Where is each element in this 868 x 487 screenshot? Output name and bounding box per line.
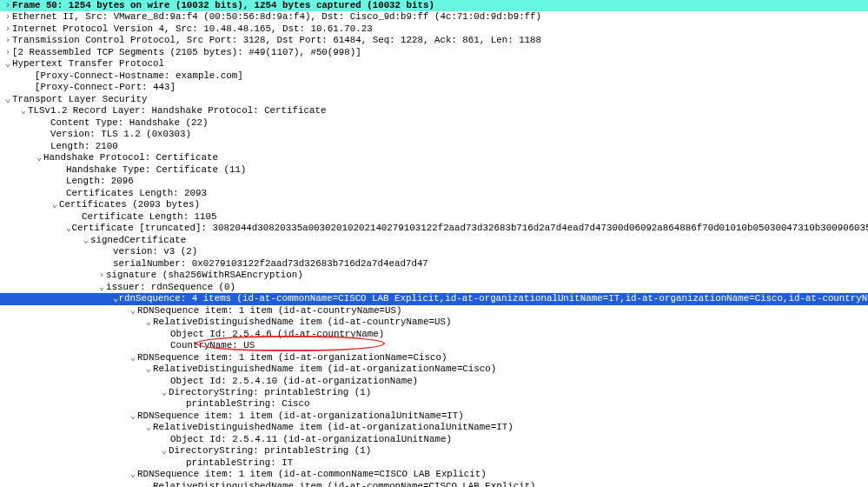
- tcp-row[interactable]: › Transmission Control Protocol, Src Por…: [0, 35, 868, 46]
- rdn-ds: DirectoryString: printableString (1): [169, 445, 371, 457]
- rdn-val: printableString: Cisco: [186, 398, 310, 410]
- rdn-item-cn-rel[interactable]: ⌄ RelativeDistinguishedName item (id-at-…: [0, 481, 868, 487]
- certs-length-row[interactable]: Certificates Length: 2093: [0, 188, 868, 199]
- cert-version: version: v3 (2): [113, 246, 197, 257]
- rdn-rel: RelativeDistinguishedName item (id-at-or…: [153, 422, 514, 433]
- proxy-port: [Proxy-Connect-Port: 443]: [35, 82, 176, 93]
- proxy-hostname-row[interactable]: [Proxy-Connect-Hostname: example.com]: [0, 70, 868, 82]
- chevron-down-icon[interactable]: ⌄: [3, 58, 12, 70]
- rdn-item-ou-seq[interactable]: ⌄ RDNSequence item: 1 item (id-at-organi…: [0, 410, 868, 422]
- rdnsequence-header-row[interactable]: ⌄ rdnSequence: 4 items (id-at-commonName…: [0, 293, 868, 304]
- ethernet-row[interactable]: › Ethernet II, Src: VMware_8d:9a:f4 (00:…: [0, 11, 868, 23]
- rdnsequence-header: rdnSequence: 4 items (id-at-commonName=C…: [119, 293, 868, 304]
- rdn-val: printableString: IT: [186, 457, 293, 469]
- rdn-item-org-ds[interactable]: ⌄ DirectoryString: printableString (1): [0, 387, 868, 398]
- chevron-down-icon[interactable]: ⌄: [129, 410, 137, 422]
- chevron-down-icon[interactable]: ⌄: [97, 282, 106, 293]
- certificates-header: Certificates (2093 bytes): [59, 199, 200, 210]
- rdn-item-cn-seq[interactable]: ⌄ RDNSequence item: 1 item (id-at-common…: [0, 469, 868, 480]
- chevron-right-icon[interactable]: ›: [3, 23, 12, 35]
- rdn-seq: RDNSequence item: 1 item (id-at-organiza…: [137, 410, 464, 422]
- rdn-rel: RelativeDistinguishedName item (id-at-co…: [153, 317, 451, 328]
- chevron-down-icon[interactable]: ⌄: [160, 445, 169, 457]
- handshake-length-row[interactable]: Length: 2096: [0, 176, 868, 187]
- chevron-down-icon[interactable]: ⌄: [144, 364, 153, 375]
- reassembled-text: [2 Reassembled TCP Segments (2105 bytes)…: [12, 47, 361, 58]
- chevron-right-icon[interactable]: ›: [3, 11, 12, 23]
- signed-cert-header: signedCertificate: [90, 235, 186, 246]
- cert-sig-row[interactable]: › signature (sha256WithRSAEncryption): [0, 270, 868, 281]
- cert-version-row[interactable]: version: v3 (2): [0, 246, 868, 257]
- chevron-down-icon[interactable]: ⌄: [129, 352, 137, 364]
- certificates-row[interactable]: ⌄ Certificates (2093 bytes): [0, 199, 868, 210]
- ip-row[interactable]: › Internet Protocol Version 4, Src: 10.4…: [0, 23, 868, 35]
- issuer-text: issuer: rdnSequence (0): [106, 282, 235, 293]
- rdn-item-org-oid[interactable]: Object Id: 2.5.4.10 (id-at-organizationN…: [0, 376, 868, 387]
- tls-version-row[interactable]: Version: TLS 1.2 (0x0303): [0, 129, 868, 140]
- cert-truncated: Certificate [truncated]: 3082044d3082033…: [72, 223, 868, 234]
- tls-version: Version: TLS 1.2 (0x0303): [50, 129, 191, 140]
- tls-row[interactable]: ⌄ Transport Layer Security: [0, 94, 868, 105]
- reassembled-row[interactable]: › [2 Reassembled TCP Segments (2105 byte…: [0, 47, 868, 58]
- chevron-down-icon[interactable]: ⌄: [3, 94, 12, 105]
- content-type-row[interactable]: Content Type: Handshake (22): [0, 117, 868, 129]
- chevron-down-icon[interactable]: ⌄: [129, 305, 137, 317]
- signed-cert-row[interactable]: ⌄ signedCertificate: [0, 235, 868, 246]
- handshake-type-row[interactable]: Handshake Type: Certificate (11): [0, 164, 868, 176]
- cert-truncated-row[interactable]: ⌄ Certificate [truncated]: 3082044d30820…: [0, 223, 868, 234]
- tcp-text: Transmission Control Protocol, Src Port:…: [12, 35, 541, 46]
- chevron-right-icon[interactable]: ›: [3, 0, 12, 11]
- chevron-down-icon[interactable]: ⌄: [144, 422, 153, 433]
- tls-length-row[interactable]: Length: 2100: [0, 141, 868, 152]
- rdn-item-ou-ds[interactable]: ⌄ DirectoryString: printableString (1): [0, 445, 868, 457]
- frame-header-row[interactable]: › Frame 50: 1254 bytes on wire (10032 bi…: [0, 0, 868, 11]
- frame-header: Frame 50: 1254 bytes on wire (10032 bits…: [12, 0, 434, 11]
- proxy-port-row[interactable]: [Proxy-Connect-Port: 443]: [0, 82, 868, 93]
- chevron-right-icon[interactable]: ›: [3, 35, 12, 46]
- handshake-type: Handshake Type: Certificate (11): [66, 164, 246, 176]
- issuer-row[interactable]: ⌄ issuer: rdnSequence (0): [0, 282, 868, 293]
- tls-record-row[interactable]: ⌄ TLSv1.2 Record Layer: Handshake Protoc…: [0, 105, 868, 117]
- chevron-down-icon[interactable]: ⌄: [35, 152, 43, 163]
- rdn-seq: RDNSequence item: 1 item (id-at-commonNa…: [137, 469, 487, 480]
- rdn-seq: RDNSequence item: 1 item (id-at-countryN…: [137, 305, 402, 317]
- chevron-down-icon[interactable]: ⌄: [19, 105, 28, 117]
- handshake-row[interactable]: ⌄ Handshake Protocol: Certificate: [0, 152, 868, 163]
- cert-sig: signature (sha256WithRSAEncryption): [106, 270, 303, 281]
- tls-header: Transport Layer Security: [12, 94, 148, 105]
- chevron-down-icon[interactable]: ⌄: [50, 199, 59, 210]
- handshake-header: Handshake Protocol: Certificate: [43, 152, 218, 163]
- chevron-down-icon[interactable]: ⌄: [144, 481, 153, 487]
- rdn-ds: DirectoryString: printableString (1): [169, 387, 371, 398]
- content-type: Content Type: Handshake (22): [50, 117, 208, 129]
- chevron-down-icon[interactable]: ⌄: [129, 469, 137, 480]
- cert-serial-row[interactable]: serialNumber: 0x0279103122f2aad73d32683b…: [0, 258, 868, 270]
- chevron-right-icon[interactable]: ›: [3, 47, 12, 58]
- tls-record: TLSv1.2 Record Layer: Handshake Protocol…: [28, 105, 326, 117]
- ip-text: Internet Protocol Version 4, Src: 10.48.…: [12, 23, 373, 35]
- chevron-down-icon[interactable]: ⌄: [82, 235, 90, 246]
- rdn-item-org-val[interactable]: printableString: Cisco: [0, 398, 868, 410]
- chevron-down-icon[interactable]: ⌄: [144, 317, 153, 328]
- rdn-item-ou-rel[interactable]: ⌄ RelativeDistinguishedName item (id-at-…: [0, 422, 868, 433]
- ethernet-text: Ethernet II, Src: VMware_8d:9a:f4 (00:50…: [12, 11, 541, 23]
- proxy-hostname: [Proxy-Connect-Hostname: example.com]: [35, 70, 243, 82]
- rdn-item-ou-val[interactable]: printableString: IT: [0, 457, 868, 469]
- rdn-item-ou-oid[interactable]: Object Id: 2.5.4.11 (id-at-organizationa…: [0, 434, 868, 445]
- cert-length-row[interactable]: Certificate Length: 1105: [0, 211, 868, 223]
- rdn-item-country-oid[interactable]: Object Id: 2.5.4.6 (id-at-countryName): [0, 329, 868, 340]
- rdn-item-country-rel[interactable]: ⌄ RelativeDistinguishedName item (id-at-…: [0, 317, 868, 328]
- certs-length: Certificates Length: 2093: [66, 188, 207, 199]
- rdn-item-org-rel[interactable]: ⌄ RelativeDistinguishedName item (id-at-…: [0, 364, 868, 375]
- rdn-item-country-val[interactable]: CountryName: US: [0, 340, 868, 351]
- http-header: Hypertext Transfer Protocol: [12, 58, 164, 70]
- chevron-down-icon[interactable]: ⌄: [160, 387, 169, 398]
- handshake-length: Length: 2096: [66, 176, 134, 187]
- http-row[interactable]: ⌄ Hypertext Transfer Protocol: [0, 58, 868, 70]
- rdn-item-country-seq[interactable]: ⌄ RDNSequence item: 1 item (id-at-countr…: [0, 305, 868, 317]
- rdn-rel: RelativeDistinguishedName item (id-at-or…: [153, 364, 496, 375]
- cert-length: Certificate Length: 1105: [82, 211, 217, 223]
- chevron-right-icon[interactable]: ›: [97, 270, 106, 281]
- rdn-item-org-seq[interactable]: ⌄ RDNSequence item: 1 item (id-at-organi…: [0, 352, 868, 364]
- packet-details-tree[interactable]: › Frame 50: 1254 bytes on wire (10032 bi…: [0, 0, 868, 487]
